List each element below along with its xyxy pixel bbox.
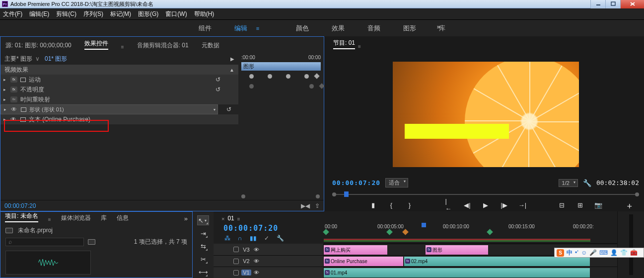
panel-menu-icon[interactable]: ≡	[121, 44, 124, 50]
menu-graphics[interactable]: 图形(G)	[138, 10, 158, 18]
play-icon[interactable]: ▶	[482, 201, 490, 208]
tab-program[interactable]: 节目: 01	[333, 39, 355, 49]
program-frame[interactable]	[393, 62, 579, 167]
sogou-icon[interactable]: S	[557, 249, 564, 257]
ws-audio[interactable]: 音频	[367, 24, 380, 33]
clip-v1a[interactable]: fx01.mp4	[324, 268, 590, 278]
ripple-edit-tool-icon[interactable]: ⇆	[198, 241, 208, 251]
button-editor-icon[interactable]: +	[627, 201, 632, 212]
lock-icon[interactable]	[233, 247, 239, 252]
ime-voice-icon[interactable]: 🎤	[589, 249, 597, 256]
clip-v3a[interactable]: fx网上购买	[324, 245, 387, 255]
tab-metadata[interactable]: 元数据	[202, 41, 219, 50]
tab-source[interactable]: 源: 01: 图形: 00;00;00;00	[5, 41, 72, 50]
eye-icon[interactable]: 👁	[10, 116, 17, 123]
shape-overlay[interactable]	[405, 124, 509, 139]
track-select-tool-icon[interactable]: ⇥	[198, 228, 208, 238]
ec-mini-timeline[interactable]: :00:0000:00 图形	[238, 53, 324, 200]
lift-icon[interactable]: ⊟	[558, 201, 566, 208]
window-maximize-button[interactable]	[605, 0, 620, 8]
track-header-v1[interactable]: V1👁	[214, 267, 323, 278]
collapse-icon[interactable]: ▲	[229, 67, 234, 73]
ec-row-text[interactable]: ▸👁 文本 (Online Purchase)	[0, 114, 238, 124]
menu-marker[interactable]: 标记(M)	[110, 10, 131, 18]
tab-audio-mixer[interactable]: 音频剪辑混合器: 01	[137, 41, 189, 50]
snap-icon[interactable]: ⁂	[224, 235, 230, 242]
ime-toolbox-icon[interactable]: 🧰	[630, 249, 638, 256]
panel-overflow-icon[interactable]: »	[184, 215, 188, 222]
eye-icon[interactable]: 👁	[254, 247, 261, 253]
ws-graphics[interactable]: 图形	[403, 24, 416, 33]
clip-v3b[interactable]: fx图形	[426, 245, 488, 255]
ec-play-icon[interactable]: ▶	[230, 56, 234, 62]
step-back-icon[interactable]: ◀|	[464, 201, 471, 208]
reset-icon[interactable]: ↺	[226, 106, 231, 113]
ws-editing[interactable]: 编辑	[234, 24, 247, 33]
reset-icon[interactable]: ↺	[215, 86, 220, 93]
tab-effect-controls[interactable]: 效果控件	[84, 39, 108, 50]
clip-thumbnail[interactable]	[5, 251, 91, 275]
timeline-playhead-icon[interactable]	[422, 223, 426, 227]
ime-emoji-icon[interactable]: ☺	[581, 249, 587, 256]
project-search-input[interactable]: ⌕	[5, 238, 84, 246]
ws-color[interactable]: 颜色	[296, 24, 309, 33]
ime-skin-icon[interactable]: 👕	[620, 249, 628, 256]
sequence-tab[interactable]: 01	[227, 215, 234, 222]
ec-zoom-icon[interactable]: ▶◀	[301, 202, 310, 209]
ime-punct-icon[interactable]: •ꞌ	[575, 249, 578, 256]
resolution-select[interactable]: 1/2	[559, 179, 578, 187]
step-forward-icon[interactable]: |▶	[501, 201, 508, 208]
ec-export-icon[interactable]: ⇪	[315, 202, 320, 209]
ime-toolbar[interactable]: S 中 •ꞌ ☺ 🎤 ⌨ 👤 👕 🧰	[554, 248, 644, 258]
ws-assembly[interactable]: 组件	[199, 24, 212, 33]
ec-row-timeremap[interactable]: ▸fx 时间重映射	[0, 94, 238, 104]
track-v1-lane[interactable]: fx01.mp4	[324, 267, 617, 278]
zoom-fit-select[interactable]: 适合	[385, 178, 408, 187]
ec-row-shape[interactable]: ▸👁 形状 (形状 01) ↺	[0, 104, 218, 114]
bin-icon[interactable]	[88, 239, 95, 245]
slip-tool-icon[interactable]: ⟷	[198, 267, 208, 277]
folder-icon[interactable]	[5, 228, 13, 233]
timeline-ruler[interactable]: 00:00 00:00:05:00 00:00:10:00 00:00:15:0…	[324, 223, 617, 244]
wrench-icon[interactable]: 🔧	[277, 235, 284, 242]
menu-help[interactable]: 帮助(H)	[194, 10, 215, 18]
ec-row-motion[interactable]: ▸fx 运动 ↺	[0, 75, 238, 85]
menu-sequence[interactable]: 序列(S)	[83, 10, 103, 18]
panel-menu-icon[interactable]: ≡	[237, 216, 240, 222]
selection-tool-icon[interactable]: ↖	[197, 215, 209, 225]
track-header-v2[interactable]: V2👁	[214, 255, 323, 267]
menu-file[interactable]: 文件(F)	[3, 10, 22, 18]
menu-edit[interactable]: 编辑(E)	[29, 10, 49, 18]
go-to-out-icon[interactable]: →|	[519, 201, 526, 208]
lock-icon[interactable]	[233, 259, 239, 264]
marker-icon[interactable]: ▮	[369, 201, 377, 208]
export-frame-icon[interactable]: 📷	[595, 201, 602, 208]
window-close-button[interactable]	[620, 0, 644, 8]
eye-icon[interactable]: 👁	[254, 258, 261, 264]
tab-libraries[interactable]: 库	[101, 214, 107, 222]
program-scrubber[interactable]	[332, 190, 639, 198]
tab-project[interactable]: 项目: 未命名	[5, 212, 38, 222]
menu-clip[interactable]: 剪辑(C)	[56, 10, 76, 18]
razor-tool-icon[interactable]: ✂	[198, 254, 208, 264]
eye-icon[interactable]: 👁	[254, 270, 261, 276]
ec-clip-strip[interactable]: 图形	[241, 62, 321, 71]
program-timecode[interactable]: 00:00:07:20	[332, 179, 380, 186]
ime-account-icon[interactable]: 👤	[610, 249, 618, 256]
eye-icon[interactable]: 👁	[11, 106, 18, 113]
extract-icon[interactable]: ⊞	[576, 201, 584, 208]
add-marker-icon[interactable]: ▮▮	[250, 235, 257, 242]
out-point-icon[interactable]: }	[406, 201, 414, 208]
tab-info[interactable]: 信息	[117, 214, 129, 222]
close-sequence-icon[interactable]: ×	[221, 216, 224, 222]
ws-effects[interactable]: 效果	[332, 24, 345, 33]
track-header-v3[interactable]: V3👁	[214, 244, 323, 255]
reset-icon[interactable]: ↺	[215, 76, 220, 83]
tab-media-browser[interactable]: 媒体浏览器	[61, 214, 91, 222]
ws-overflow-button[interactable]: »	[437, 23, 440, 30]
ec-row-opacity[interactable]: ▸fx 不透明度 ↺	[0, 85, 238, 94]
lock-icon[interactable]	[233, 270, 239, 276]
window-minimize-button[interactable]	[590, 0, 605, 8]
settings-icon[interactable]: 🔧	[583, 179, 591, 187]
timeline-timecode[interactable]: 00:00:07:20	[223, 224, 278, 233]
